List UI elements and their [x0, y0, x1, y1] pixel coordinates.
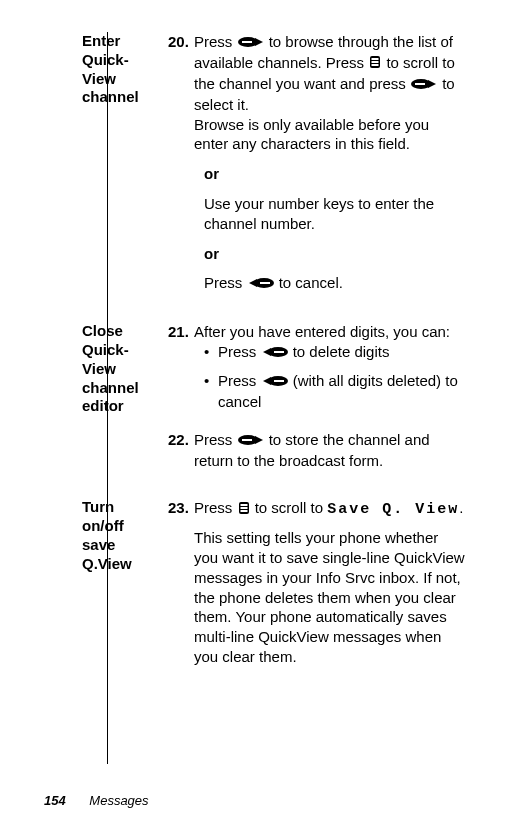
svg-rect-9	[260, 282, 270, 284]
step-number: 22.	[168, 430, 194, 471]
scroll-key-icon	[369, 54, 381, 74]
right-key-icon	[238, 431, 264, 451]
bullet-body: Press (with all digits deleted) to cance…	[218, 371, 466, 412]
text: Press	[204, 274, 247, 291]
bullet-item: • Press to delete digits	[204, 342, 466, 363]
step-20: 20. Press to browse through the list of …	[168, 32, 466, 154]
bullet-body: Press to delete digits	[218, 342, 389, 363]
svg-rect-18	[240, 507, 247, 509]
svg-rect-19	[240, 510, 247, 512]
step-body: After you have entered digits, you can: …	[194, 322, 466, 419]
step-22: 22. Press to store the channel and retur…	[168, 430, 466, 471]
text: .	[459, 499, 463, 516]
bullet-marker: •	[204, 371, 218, 412]
step-line: Press to scroll to Save Q. View.	[194, 498, 466, 520]
svg-rect-17	[240, 504, 247, 506]
paragraph: This setting tells your phone whether yo…	[194, 528, 466, 667]
section-name: Messages	[89, 793, 148, 808]
step-23: 23. Press to scroll to Save Q. View. Thi…	[168, 498, 466, 666]
right-key-icon	[238, 33, 264, 53]
section-enter-quickview: Enter Quick-View channel 20. Press to br…	[82, 32, 466, 304]
section-label: Enter Quick-View channel	[82, 32, 154, 304]
svg-rect-15	[242, 439, 252, 441]
text: Press	[194, 33, 237, 50]
bullet-item: • Press (with all digits deleted) to can…	[204, 371, 466, 412]
text: Browse is only available before you ente…	[194, 115, 466, 155]
section-save-qview: Turn on/off save Q.View 23. Press to scr…	[82, 498, 466, 676]
alt-text: Use your number keys to enter the channe…	[204, 194, 466, 234]
section-label: Turn on/off save Q.View	[82, 498, 154, 676]
svg-rect-11	[274, 351, 284, 353]
step-body: Press to browse through the list of avai…	[194, 32, 466, 154]
scroll-key-icon	[238, 500, 250, 520]
svg-rect-13	[274, 380, 284, 382]
bullet-marker: •	[204, 342, 218, 363]
step-number: 23.	[168, 498, 194, 666]
text: to delete digits	[289, 343, 390, 360]
svg-rect-7	[415, 83, 425, 85]
svg-rect-4	[372, 61, 379, 63]
text: Press	[194, 431, 237, 448]
page-content: Enter Quick-View channel 20. Press to br…	[0, 0, 510, 677]
menu-option: Save Q. View	[327, 501, 459, 518]
section-label: Close Quick-View channel editor	[82, 322, 154, 480]
page-footer: 154 Messages	[44, 793, 149, 808]
text: Press	[218, 372, 261, 389]
step-body: Press to scroll to Save Q. View. This se…	[194, 498, 466, 666]
section-close-editor: Close Quick-View channel editor 21. Afte…	[82, 322, 466, 480]
divider-line	[107, 32, 108, 764]
text: Press	[218, 343, 261, 360]
section-body: 23. Press to scroll to Save Q. View. Thi…	[154, 498, 466, 676]
section-body: 20. Press to browse through the list of …	[154, 32, 466, 304]
page-number: 154	[44, 793, 66, 808]
text: to cancel.	[275, 274, 343, 291]
svg-rect-3	[372, 58, 379, 60]
or-label: or	[204, 164, 466, 184]
left-key-icon	[262, 343, 288, 363]
left-key-icon	[248, 274, 274, 294]
right-key-icon	[411, 75, 437, 95]
step-body: Press to store the channel and return to…	[194, 430, 466, 471]
step-number: 21.	[168, 322, 194, 419]
section-body: 21. After you have entered digits, you c…	[154, 322, 466, 480]
step-number: 20.	[168, 32, 194, 154]
or-label: or	[204, 244, 466, 264]
svg-rect-5	[372, 64, 379, 66]
text: Press	[194, 499, 237, 516]
svg-rect-1	[242, 41, 252, 43]
left-key-icon	[262, 372, 288, 392]
alt-text: Press to cancel.	[204, 273, 466, 294]
step-21: 21. After you have entered digits, you c…	[168, 322, 466, 419]
text: After you have entered digits, you can:	[194, 322, 466, 342]
text: to scroll to	[251, 499, 328, 516]
